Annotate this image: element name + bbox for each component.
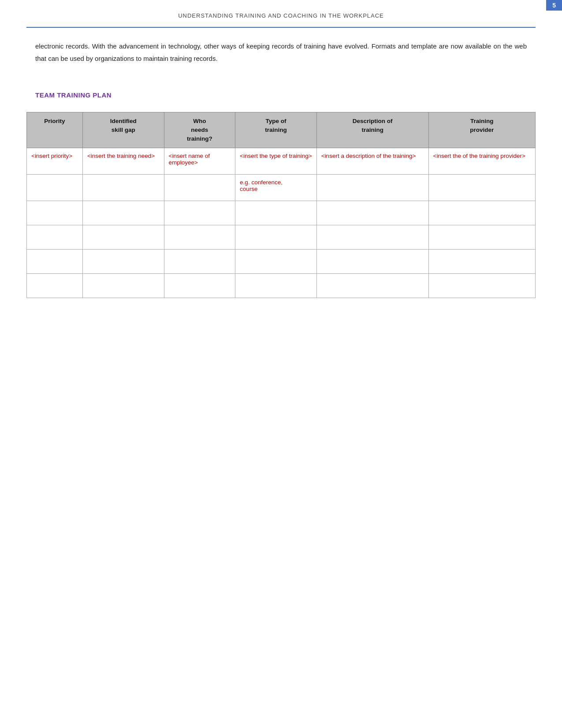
row1-provider: <insert the of the training provider> bbox=[428, 148, 535, 175]
row2-description bbox=[316, 175, 428, 201]
row5-priority bbox=[27, 250, 83, 274]
col-header-priority: Priority bbox=[27, 112, 83, 148]
row1-description: <insert a description of the training> bbox=[316, 148, 428, 175]
row6-identified bbox=[82, 274, 164, 298]
row4-type bbox=[235, 225, 317, 250]
row4-description bbox=[316, 225, 428, 250]
row1-who: <insert name of employee> bbox=[164, 148, 235, 175]
table-row-5 bbox=[27, 250, 536, 274]
row5-who bbox=[164, 250, 235, 274]
row3-priority bbox=[27, 201, 83, 225]
row3-who bbox=[164, 201, 235, 225]
row2-who bbox=[164, 175, 235, 201]
row3-type bbox=[235, 201, 317, 225]
row5-provider bbox=[428, 250, 535, 274]
row6-description bbox=[316, 274, 428, 298]
table-row-3 bbox=[27, 201, 536, 225]
row5-type bbox=[235, 250, 317, 274]
row3-provider bbox=[428, 201, 535, 225]
col-header-identified: Identified skill gap bbox=[82, 112, 164, 148]
row5-identified bbox=[82, 250, 164, 274]
row4-provider bbox=[428, 225, 535, 250]
row6-priority bbox=[27, 274, 83, 298]
row3-description bbox=[316, 201, 428, 225]
section-title: TEAM TRAINING PLAN bbox=[35, 91, 527, 99]
table-row-4 bbox=[27, 225, 536, 250]
table-row-2: e.g. conference, course bbox=[27, 175, 536, 201]
col-header-type: Type of training bbox=[235, 112, 317, 148]
row6-type bbox=[235, 274, 317, 298]
training-plan-table: Priority Identified skill gap Who needs … bbox=[26, 112, 536, 299]
body-paragraph: electronic records. With the advancement… bbox=[35, 40, 527, 65]
table-row-1: <insert priority> <insert the training n… bbox=[27, 148, 536, 175]
row4-priority bbox=[27, 225, 83, 250]
row2-provider bbox=[428, 175, 535, 201]
page-header-title: UNDERSTANDING TRAINING AND COACHING IN T… bbox=[26, 0, 536, 28]
row1-priority: <insert priority> bbox=[27, 148, 83, 175]
row2-priority bbox=[27, 175, 83, 201]
row2-type: e.g. conference, course bbox=[235, 175, 317, 201]
row5-description bbox=[316, 250, 428, 274]
row1-identified: <insert the training need> bbox=[82, 148, 164, 175]
col-header-training-provider: Training provider bbox=[428, 112, 535, 148]
row3-identified bbox=[82, 201, 164, 225]
row6-who bbox=[164, 274, 235, 298]
col-header-who: Who needs training? bbox=[164, 112, 235, 148]
row1-type: <insert the type of training> bbox=[235, 148, 317, 175]
page-number: 5 bbox=[546, 0, 562, 11]
row6-provider bbox=[428, 274, 535, 298]
row4-identified bbox=[82, 225, 164, 250]
col-header-description: Description of training bbox=[316, 112, 428, 148]
row2-identified bbox=[82, 175, 164, 201]
table-row-6 bbox=[27, 274, 536, 298]
row4-who bbox=[164, 225, 235, 250]
